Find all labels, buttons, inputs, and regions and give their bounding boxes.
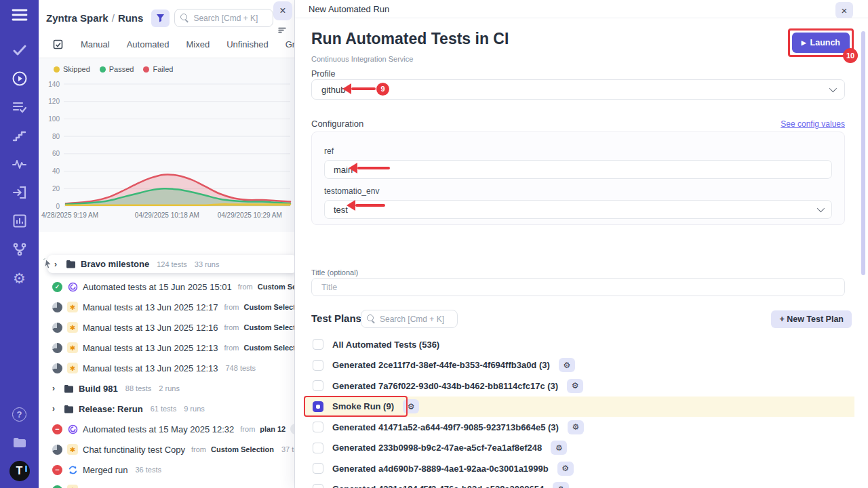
runs-panel: Zyntra Spark/Runs × Manual Automated Mix…	[39, 0, 295, 488]
title-input[interactable]: Title	[311, 278, 845, 296]
runs-play-icon[interactable]	[11, 70, 28, 87]
test-plan-checkbox[interactable]	[313, 443, 323, 453]
run-source: Custom Selection	[211, 445, 274, 453]
breadcrumb-project[interactable]: Zyntra Spark	[46, 12, 108, 24]
automated-run-icon	[67, 281, 78, 292]
tests-check-icon[interactable]	[11, 41, 28, 59]
search-icon	[367, 314, 376, 323]
run-row[interactable]: −Merged run36 tests	[39, 460, 294, 480]
test-plan-checkbox[interactable]	[313, 380, 323, 391]
testomatio-env-select[interactable]: test	[324, 200, 832, 219]
run-title: Manual tests at 13 Jun 2025 12:13	[83, 343, 218, 353]
status-inprogress-icon	[52, 302, 62, 312]
test-plan-checkbox[interactable]	[313, 422, 323, 432]
run-row[interactable]: ✱Manual tests at 13 Jun 2025 12:16fromCu…	[39, 317, 294, 338]
test-plans-list: All Automated Tests (536)Generated 2ce11…	[305, 334, 854, 488]
test-plan-row[interactable]: Generated 233b0998-b9c2-47ae-a5cf-7ea1af…	[305, 438, 854, 459]
test-plans-icon[interactable]	[11, 98, 28, 116]
expand-chevron-icon[interactable]: ›	[52, 384, 59, 393]
test-plan-row[interactable]: Generated 41471a52-a644-49f7-9085-923713…	[305, 417, 854, 438]
runs-search-input[interactable]	[193, 14, 267, 23]
test-plan-checkbox[interactable]	[313, 339, 323, 350]
breadcrumb-page[interactable]: Runs	[118, 12, 144, 24]
sort-icon[interactable]	[278, 27, 286, 33]
launch-button[interactable]: ▶ Launch	[792, 33, 850, 53]
run-row[interactable]: ✱Manual tests at 13 Jun 2025 12:13748 te…	[39, 358, 294, 378]
from-word: from	[191, 445, 206, 453]
tab-manual[interactable]: Manual	[81, 39, 110, 49]
folder-icon	[64, 405, 74, 413]
plan-settings-button[interactable]: ⚙	[559, 358, 575, 372]
run-row[interactable]: ✓✱	[39, 480, 294, 488]
product-logo[interactable]: T	[9, 461, 30, 481]
page-title: Run Automated Tests in CI	[311, 30, 509, 48]
tab-groups[interactable]: Groups	[285, 39, 295, 49]
milestones-icon[interactable]	[11, 127, 28, 144]
test-plan-row[interactable]: Generated 2ce11f7d-38ef-44fe-b353-4f694f…	[305, 355, 854, 376]
configuration-card: ref main testomatio_env test	[311, 131, 845, 225]
run-title: Manual tests at 13 Jun 2025 12:13	[83, 363, 218, 373]
close-runs-panel-button[interactable]: ×	[273, 1, 292, 20]
plan-settings-button[interactable]: ⚙	[567, 379, 583, 393]
test-plan-checkbox[interactable]	[313, 360, 323, 371]
tab-unfinished[interactable]: Unfinished	[226, 39, 268, 49]
filter-button[interactable]	[151, 9, 170, 27]
menu-icon[interactable]	[11, 6, 28, 24]
app: ⚙ ? T Zyntra Spark/Runs ×	[0, 0, 868, 488]
run-group-row[interactable]: ›Build 98188 tests2 runs	[39, 378, 294, 399]
ref-input[interactable]: main	[324, 160, 832, 179]
plan-settings-button[interactable]: ⚙	[403, 399, 419, 413]
test-plan-row[interactable]: Smoke Run (9)⚙	[305, 396, 854, 418]
run-row[interactable]: ✱Manual tests at 13 Jun 2025 12:13fromCu…	[39, 338, 294, 358]
configuration-label: Configuration	[311, 119, 363, 129]
import-icon[interactable]	[11, 184, 28, 201]
run-title: Merged run	[83, 465, 127, 475]
tab-mixed[interactable]: Mixed	[186, 39, 210, 49]
plan-settings-button[interactable]: ⚙	[568, 420, 584, 434]
profile-select[interactable]: github	[311, 79, 845, 100]
runs-view-icon[interactable]	[52, 39, 64, 50]
run-row[interactable]: ✱Manual tests at 13 Jun 2025 12:17fromCu…	[39, 297, 294, 317]
tab-automated[interactable]: Automated	[127, 39, 170, 49]
settings-gear-icon[interactable]: ⚙	[11, 269, 28, 287]
test-plan-checkbox[interactable]	[313, 463, 323, 474]
test-plan-row[interactable]: Generated 7a76f022-93d0-434b-b462-bb8114…	[305, 375, 854, 396]
test-plan-checkbox[interactable]	[313, 401, 323, 412]
manual-run-icon: ✱	[67, 363, 78, 373]
runs-search[interactable]	[174, 9, 273, 27]
test-plans-search-input[interactable]	[380, 314, 452, 324]
drawer-scrollbar[interactable]	[861, 31, 865, 275]
run-group-row[interactable]: ›Release: Rerun61 tests9 runs	[39, 399, 294, 419]
test-plan-label: Generated 4331c194-f5f3-476a-b03d-a539a3…	[332, 484, 544, 488]
new-test-plan-button[interactable]: + New Test Plan	[771, 310, 852, 328]
test-plan-row[interactable]: Generated 4331c194-f5f3-476a-b03d-a539a3…	[305, 479, 854, 488]
run-row[interactable]: ✱Chat functinality test CopyfromCustom S…	[39, 439, 294, 460]
breadcrumb[interactable]: Zyntra Spark/Runs	[46, 12, 143, 24]
test-plan-row[interactable]: All Automated Tests (536)	[305, 334, 854, 355]
close-drawer-button[interactable]: ×	[835, 2, 853, 18]
test-plan-checkbox[interactable]	[313, 484, 323, 488]
cursor-icon	[43, 258, 52, 269]
run-row[interactable]: ✓Automated tests at 15 Jun 2025 15:01fro…	[39, 277, 294, 297]
title-optional-label: Title (optional)	[311, 268, 358, 277]
expand-chevron-icon[interactable]: ›	[52, 404, 59, 413]
plan-settings-button[interactable]: ⚙	[557, 462, 574, 476]
folder-icon	[66, 260, 76, 268]
legend-dot	[54, 66, 60, 73]
see-config-values-link[interactable]: See config values	[781, 119, 845, 129]
help-icon[interactable]: ?	[11, 405, 28, 423]
expand-chevron-icon[interactable]: ›	[54, 260, 61, 269]
reports-chart-icon[interactable]	[11, 212, 28, 230]
branches-icon[interactable]	[11, 241, 28, 258]
test-plans-search[interactable]	[361, 310, 458, 328]
run-env-badge[interactable]: ⚙test	[290, 424, 294, 434]
run-row[interactable]: −Automated tests at 15 May 2025 12:32fro…	[39, 419, 294, 439]
x-axis-label: 04/29/2025 10:18 AM	[135, 211, 199, 219]
projects-folder-icon[interactable]	[11, 433, 28, 451]
plan-settings-button[interactable]: ⚙	[553, 482, 569, 488]
status-failed-icon: −	[52, 424, 62, 434]
activity-pulse-icon[interactable]	[11, 155, 28, 173]
plan-settings-button[interactable]: ⚙	[551, 441, 567, 455]
test-plan-row[interactable]: Generated a4d690b7-8889-4ae1-92aa-0c3001…	[305, 458, 854, 479]
run-group-row[interactable]: ›Bravo milestone124 tests33 runs	[47, 255, 295, 273]
